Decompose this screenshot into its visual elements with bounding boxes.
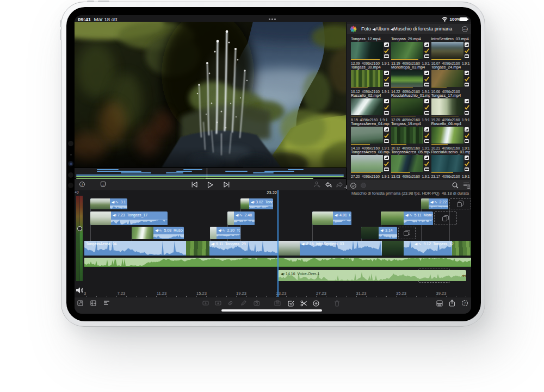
svg-text:?: ?: [464, 301, 466, 305]
